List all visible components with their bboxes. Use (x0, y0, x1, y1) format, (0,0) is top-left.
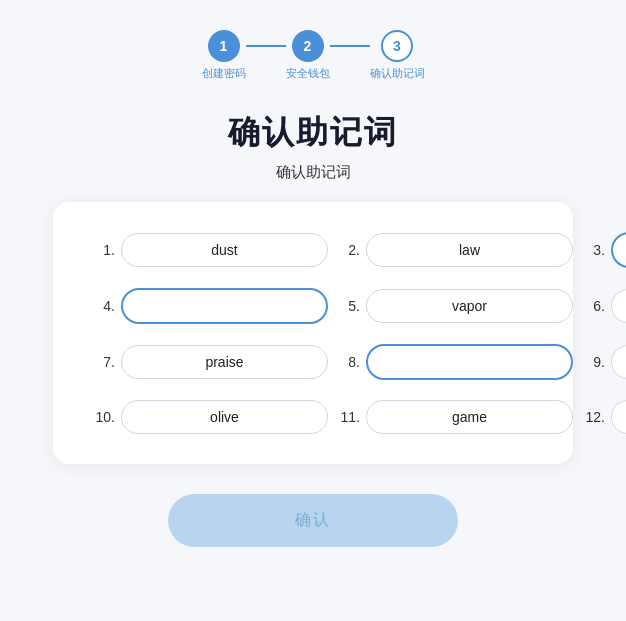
word-index-6: 6. (583, 298, 605, 314)
step-1-circle: 1 (208, 30, 240, 62)
word-input-7[interactable] (121, 345, 328, 379)
word-row-12: 12. (583, 400, 626, 434)
step-1-label: 创建密码 (202, 66, 246, 81)
word-row-7: 7. (93, 344, 328, 380)
word-row-8: 8. (338, 344, 573, 380)
step-indicator: 1 创建密码 2 安全钱包 3 确认助记词 (202, 30, 425, 81)
word-index-7: 7. (93, 354, 115, 370)
word-input-10[interactable] (121, 400, 328, 434)
word-index-4: 4. (93, 298, 115, 314)
word-index-1: 1. (93, 242, 115, 258)
word-row-10: 10. (93, 400, 328, 434)
sub-title: 确认助记词 (276, 163, 351, 182)
word-index-3: 3. (583, 242, 605, 258)
word-row-1: 1. (93, 232, 328, 268)
step-2-circle: 2 (292, 30, 324, 62)
word-index-9: 9. (583, 354, 605, 370)
step-1: 1 创建密码 (202, 30, 246, 81)
confirm-button[interactable]: 确认 (168, 494, 458, 547)
word-input-6[interactable] (611, 289, 626, 323)
word-row-4: 4. (93, 288, 328, 324)
page-container: 1 创建密码 2 安全钱包 3 确认助记词 确认助记词 确认助记词 1. (0, 0, 626, 621)
word-input-1[interactable] (121, 233, 328, 267)
main-title: 确认助记词 (228, 111, 398, 155)
word-index-12: 12. (583, 409, 605, 425)
word-row-9: 9. (583, 344, 626, 380)
step-3: 3 确认助记词 (370, 30, 425, 81)
word-input-8[interactable] (366, 344, 573, 380)
word-row-5: 5. (338, 288, 573, 324)
word-input-5[interactable] (366, 289, 573, 323)
word-index-2: 2. (338, 242, 360, 258)
step-2-label: 安全钱包 (286, 66, 330, 81)
word-grid: 1. 2. 3. 4. 5. 6. (93, 232, 533, 434)
word-input-2[interactable] (366, 233, 573, 267)
word-index-11: 11. (338, 409, 360, 425)
step-2: 2 安全钱包 (286, 30, 330, 81)
word-index-5: 5. (338, 298, 360, 314)
word-input-11[interactable] (366, 400, 573, 434)
word-index-8: 8. (338, 354, 360, 370)
step-3-circle: 3 (381, 30, 413, 62)
word-row-6: 6. (583, 288, 626, 324)
word-input-3[interactable] (611, 232, 626, 268)
word-input-9[interactable] (611, 345, 626, 379)
word-row-2: 2. (338, 232, 573, 268)
word-row-3: 3. (583, 232, 626, 268)
word-input-12[interactable] (611, 400, 626, 434)
step-connector-1 (246, 45, 286, 47)
step-3-label: 确认助记词 (370, 66, 425, 81)
word-input-4[interactable] (121, 288, 328, 324)
mnemonic-card: 1. 2. 3. 4. 5. 6. (53, 202, 573, 464)
word-row-11: 11. (338, 400, 573, 434)
step-connector-2 (330, 45, 370, 47)
word-index-10: 10. (93, 409, 115, 425)
